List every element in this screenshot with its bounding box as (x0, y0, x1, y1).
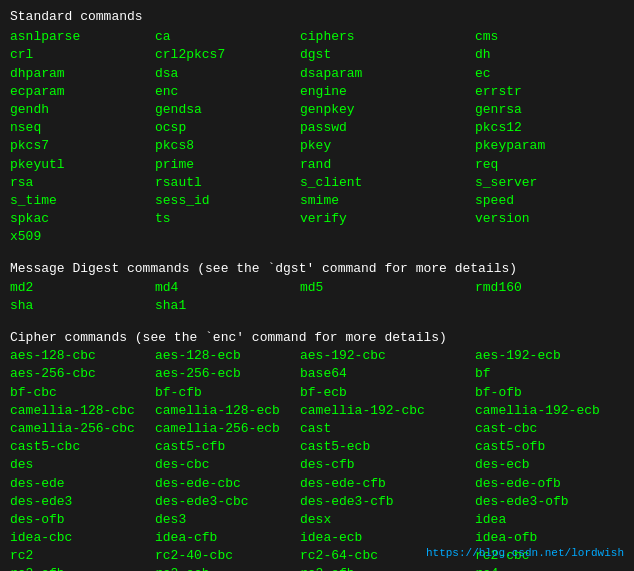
list-item: s_server (475, 174, 624, 192)
standard-section: Standard commands asnlparsecacipherscmsc… (10, 8, 624, 246)
list-item: dgst (300, 46, 475, 64)
list-item: gendh (10, 101, 155, 119)
list-item: des-ede3-cbc (155, 493, 300, 511)
list-item: ts (155, 210, 300, 228)
list-item: cast5-cfb (155, 438, 300, 456)
list-item: crl2pkcs7 (155, 46, 300, 64)
list-item: idea-ecb (300, 529, 475, 547)
list-item: aes-192-ecb (475, 347, 624, 365)
list-item: md2 (10, 279, 155, 297)
list-item: pkcs7 (10, 137, 155, 155)
list-item: engine (300, 83, 475, 101)
list-item: sha (10, 297, 155, 315)
list-item: camellia-128-cbc (10, 402, 155, 420)
table-row: bf-cbcbf-cfbbf-ecbbf-ofb (10, 384, 624, 402)
list-item: rsa (10, 174, 155, 192)
list-item: rc2-ecb (155, 565, 300, 571)
table-row: des-ede3des-ede3-cbcdes-ede3-cfbdes-ede3… (10, 493, 624, 511)
table-row: camellia-128-cbccamellia-128-ecbcamellia… (10, 402, 624, 420)
list-item: pkey (300, 137, 475, 155)
list-item (300, 228, 475, 246)
list-item: rc4 (475, 565, 624, 571)
list-item: des-ofb (10, 511, 155, 529)
list-item: rc2-ofb (300, 565, 475, 571)
list-item: prime (155, 156, 300, 174)
list-item: cms (475, 28, 624, 46)
list-item: pkeyparam (475, 137, 624, 155)
list-item: crl (10, 46, 155, 64)
table-row: desdes-cbcdes-cfbdes-ecb (10, 456, 624, 474)
list-item: des-ecb (475, 456, 624, 474)
list-item: des-ede3 (10, 493, 155, 511)
table-row: rsarsautls_clients_server (10, 174, 624, 192)
list-item: idea (475, 511, 624, 529)
list-item: cast5-ecb (300, 438, 475, 456)
list-item: des-ede3-cfb (300, 493, 475, 511)
list-item: genpkey (300, 101, 475, 119)
list-item: verify (300, 210, 475, 228)
list-item: des3 (155, 511, 300, 529)
list-item: md4 (155, 279, 300, 297)
table-row: rc2-cfbrc2-ecbrc2-ofbrc4 (10, 565, 624, 571)
table-row: des-ededes-ede-cbcdes-ede-cfbdes-ede-ofb (10, 475, 624, 493)
list-item: camellia-256-ecb (155, 420, 300, 438)
list-item: cast-cbc (475, 420, 624, 438)
table-row: s_timesess_idsmimespeed (10, 192, 624, 210)
table-row: camellia-256-cbccamellia-256-ecbcastcast… (10, 420, 624, 438)
list-item: pkeyutl (10, 156, 155, 174)
list-item: bf-ofb (475, 384, 624, 402)
list-item: sha1 (155, 297, 300, 315)
table-row: cast5-cbccast5-cfbcast5-ecbcast5-ofb (10, 438, 624, 456)
list-item: s_client (300, 174, 475, 192)
list-item: camellia-192-cbc (300, 402, 475, 420)
table-row: asnlparsecacipherscms (10, 28, 624, 46)
list-item: des-cfb (300, 456, 475, 474)
list-item: rmd160 (475, 279, 624, 297)
table-row: shasha1 (10, 297, 624, 315)
list-item: gendsa (155, 101, 300, 119)
list-item: aes-256-cbc (10, 365, 155, 383)
list-item: bf-ecb (300, 384, 475, 402)
list-item: bf-cfb (155, 384, 300, 402)
list-item: dhparam (10, 65, 155, 83)
list-item: bf (475, 365, 624, 383)
list-item (475, 297, 624, 315)
list-item: idea-ofb (475, 529, 624, 547)
table-row: pkcs7pkcs8pkeypkeyparam (10, 137, 624, 155)
list-item: des-cbc (155, 456, 300, 474)
list-item: ciphers (300, 28, 475, 46)
table-row: md2md4md5rmd160 (10, 279, 624, 297)
list-item: base64 (300, 365, 475, 383)
digest-section: Message Digest commands (see the `dgst' … (10, 260, 624, 315)
list-item: req (475, 156, 624, 174)
table-row: idea-cbcidea-cfbidea-ecbidea-ofb (10, 529, 624, 547)
list-item: idea-cfb (155, 529, 300, 547)
list-item: camellia-256-cbc (10, 420, 155, 438)
list-item: nseq (10, 119, 155, 137)
table-row: dhparamdsadsaparamec (10, 65, 624, 83)
table-row: des-ofbdes3desxidea (10, 511, 624, 529)
list-item: aes-256-ecb (155, 365, 300, 383)
list-item: rc2-40-cbc (155, 547, 300, 565)
table-row: spkactsverifyversion (10, 210, 624, 228)
list-item: enc (155, 83, 300, 101)
list-item: des-ede-ofb (475, 475, 624, 493)
table-row: gendhgendsagenpkeygenrsa (10, 101, 624, 119)
standard-header: Standard commands (10, 8, 624, 26)
table-row: nseqocsppasswdpkcs12 (10, 119, 624, 137)
list-item: spkac (10, 210, 155, 228)
table-row: x509 (10, 228, 624, 246)
list-item: rc2 (10, 547, 155, 565)
list-item: desx (300, 511, 475, 529)
list-item: des (10, 456, 155, 474)
table-row: pkeyutlprimerandreq (10, 156, 624, 174)
list-item: dsa (155, 65, 300, 83)
list-item: ecparam (10, 83, 155, 101)
list-item: speed (475, 192, 624, 210)
list-item: dh (475, 46, 624, 64)
table-row: crlcrl2pkcs7dgstdh (10, 46, 624, 64)
table-row: ecparamencengineerrstr (10, 83, 624, 101)
list-item: cast5-ofb (475, 438, 624, 456)
list-item: asnlparse (10, 28, 155, 46)
list-item: smime (300, 192, 475, 210)
